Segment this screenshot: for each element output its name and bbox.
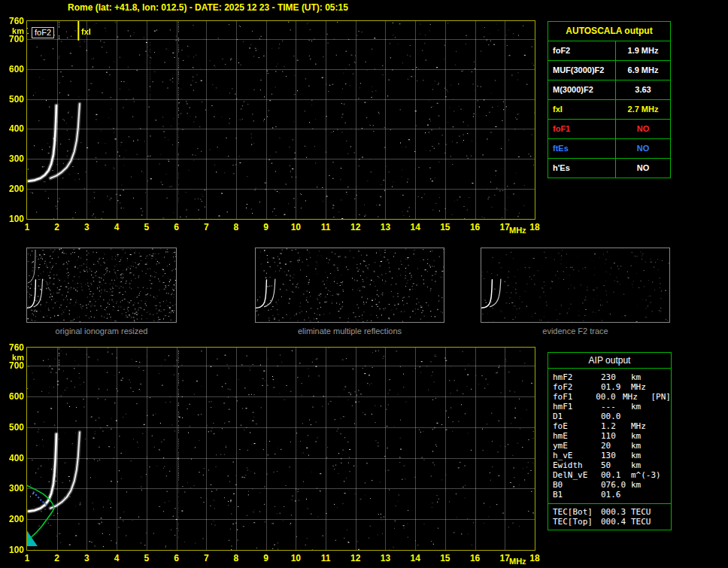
thumbnail-caption-no-multiples: eliminate multiple reflections [255,327,444,336]
autoscala-row-MUF(3000)F2: MUF(3000)F26.9 MHz [548,61,670,80]
x-tick-bottom-4: 4 [108,554,126,563]
x-tick-top-16: 16 [466,223,484,232]
autoscala-row-h'Es: h'EsNO [548,159,670,178]
aip-value: 00.1 [601,470,631,480]
autoscala-param: ftEs [548,139,616,158]
aip-unit: km [631,441,663,451]
autoscala-row-foF2: foF21.9 MHz [548,41,670,61]
aip-extra [663,451,671,460]
autoscala-row-ftEs: ftEsNO [548,139,670,159]
bottom-ionogram-canvas [27,348,535,550]
aip-unit: km [631,451,663,460]
foF2-trace-label: foF2 [32,27,54,38]
autoscala-value: 3.63 [616,80,670,99]
autoscala-param: foF1 [548,120,616,138]
aip-extra [663,421,671,431]
aip-param: TEC[Bot] [553,507,601,517]
thumbnail-no-multiples-canvas [256,248,444,322]
autoscala-param: M(3000)F2 [548,80,616,99]
autoscala-table-rows: foF21.9 MHzMUF(3000)F26.9 MHzM(3000)F23.… [548,41,670,178]
x-tick-bottom-2: 2 [48,554,66,563]
aip-extra: [PN] [651,392,672,402]
aip-unit: m^(-3) [631,470,663,480]
aip-row-h_vE: h_vE130km [548,451,671,460]
y-tick-bottom-760: 760 [2,343,24,352]
aip-unit: km [631,402,663,412]
aip-row-TEC[Top]: TEC[Top]000.4TECU [548,517,671,527]
aip-extra [663,372,671,382]
aip-unit [631,412,663,421]
x-tick-top-14: 14 [406,223,424,232]
autoscala-table-header: AUTOSCALA output [548,22,670,41]
aip-param: hmF1 [553,402,601,412]
y-tick-bottom-300: 300 [2,484,24,493]
aip-value: 00.0 [601,412,631,421]
autoscala-value: 2.7 MHz [616,100,670,119]
aip-param: Ewidth [553,460,601,470]
aip-row-foF2: foF201.9MHz [548,382,671,392]
aip-value: 230 [601,372,631,382]
aip-param: D1 [553,412,601,421]
x-tick-bottom-15: 15 [436,554,454,563]
autoscala-param: h'Es [548,159,616,178]
aip-unit: km [631,480,663,490]
aip-row-hmE: hmE110km [548,431,671,441]
autoscala-value: NO [616,159,670,178]
autoscala-row-foF1: foF1NO [548,120,670,139]
x-tick-top-13: 13 [376,223,394,232]
x-tick-top-5: 5 [138,223,156,232]
aip-row-TEC[Bot]: TEC[Bot]000.3TECU [548,507,671,517]
aip-extra [663,441,671,451]
aip-extra [663,480,671,490]
aip-value: 000.3 [601,507,631,517]
autoscala-param: MUF(3000)F2 [548,61,616,80]
autoscala-value: 1.9 MHz [616,41,670,60]
aip-row-foE: foE1.2MHz [548,421,671,431]
x-tick-top-1: 1 [18,223,36,232]
aip-value: 000.4 [601,517,631,527]
thumbnail-original-ionogram [26,248,177,323]
x-tick-bottom-1: 1 [18,554,36,563]
aip-param: hmE [553,431,601,441]
aip-row-foF1: foF100.0MHz[PN] [548,392,671,402]
aip-value: --- [601,402,631,412]
x-tick-bottom-9: 9 [257,554,275,563]
aip-extra [663,431,671,441]
aip-param: TEC[Top] [553,517,601,527]
x-tick-top-2: 2 [48,223,66,232]
aip-param: DelN_vE [553,470,601,480]
aip-unit: TECU [631,507,663,517]
x-tick-top-9: 9 [257,223,275,232]
x-tick-bottom-10: 10 [287,554,305,563]
autoscala-window: Rome (lat: +41.8, lon: 012.5) - DATE: 20… [0,0,728,568]
autoscala-param: foF2 [548,41,616,60]
autoscala-value: NO [616,120,670,138]
aip-param: B1 [553,490,601,500]
aip-value: 00.0 [596,392,623,402]
y-tick-bottom-400: 400 [2,454,24,463]
aip-value: 1.2 [601,421,631,431]
aip-unit: MHz [623,392,651,402]
aip-unit: km [631,460,663,470]
aip-value: 01.6 [601,490,631,500]
aip-param: foF2 [553,382,601,392]
aip-unit: km [631,431,663,441]
aip-row-D1: D100.0 [548,412,671,421]
autoscala-value: 6.9 MHz [616,61,670,80]
y-tick-top-500: 500 [2,95,24,104]
y-tick-top-300: 300 [2,154,24,163]
autoscala-row-fxI: fxI2.7 MHz [548,100,670,120]
x-tick-bottom-6: 6 [168,554,186,563]
thumbnail-caption-original: original ionogram resized [26,327,177,336]
y-axis-unit-top: km [2,27,24,35]
x-tick-top-12: 12 [347,223,365,232]
aip-extra [663,382,671,392]
autoscala-value: NO [616,139,670,158]
top-ionogram-canvas [27,21,535,219]
y-tick-top-600: 600 [2,65,24,74]
aip-row-Ewidth: Ewidth50km [548,460,671,470]
fxI-marker-label: fxI [81,27,91,37]
x-tick-bottom-7: 7 [197,554,215,563]
aip-extra [663,412,671,421]
y-tick-top-760: 760 [2,17,24,26]
